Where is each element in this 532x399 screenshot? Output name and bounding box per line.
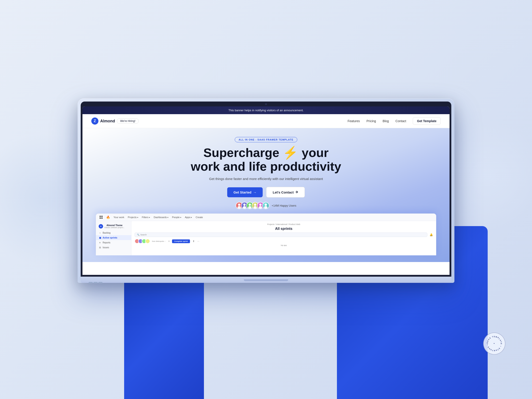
app-nav-filters[interactable]: Filters <box>142 216 150 219</box>
search-icon: 🔍 <box>137 234 139 236</box>
svg-point-6 <box>254 203 256 206</box>
happy-users-text: +14M Happy Users <box>272 204 296 207</box>
laptop-notch <box>244 279 288 281</box>
navbar: Z Almond We're Hiring! Features Pricing … <box>82 114 450 128</box>
saas-template-badge: SAAS TEMPLATE • STARTUPS • ✦ <box>483 332 505 355</box>
issues-label: Issues <box>103 246 109 249</box>
get-started-button[interactable]: Get Started → <box>227 187 263 197</box>
hiring-badge[interactable]: We're Hiring! <box>117 118 139 124</box>
active-sprints-label: Active sprints <box>103 236 117 239</box>
laptop-bottom-bar <box>81 277 451 283</box>
blue-pedestal-left <box>124 270 204 399</box>
nav-links: Features Pricing Blog Contact Get Templa… <box>348 117 441 125</box>
nav-features[interactable]: Features <box>348 119 360 123</box>
saas-badge-svg: SAAS TEMPLATE • STARTUPS • <box>484 333 505 354</box>
svg-point-10 <box>265 203 267 206</box>
saas-badge-circle: SAAS TEMPLATE • STARTUPS • ✦ <box>483 332 505 355</box>
svg-text:SAAS TEMPLATE • STARTUPS •: SAAS TEMPLATE • STARTUPS • <box>486 336 502 352</box>
laptop-ports <box>89 282 102 283</box>
app-sidebar-title: Almond Theme <box>104 224 125 227</box>
get-started-label: Get Started <box>234 190 251 194</box>
app-nav-items: Your work Projects Filters Dashboards Pe… <box>114 216 203 219</box>
svg-point-1 <box>237 206 241 209</box>
webcam <box>265 103 267 105</box>
todo-label: TO DO <box>134 245 433 247</box>
app-main-content: Projects / International / Product Web A… <box>132 221 436 255</box>
nav-blog[interactable]: Blog <box>383 119 389 123</box>
search-placeholder: Search <box>140 234 147 236</box>
app-search-bar: 🔍 Search 🔔 <box>134 233 433 237</box>
bell-icon[interactable]: 🔔 <box>430 233 433 236</box>
user-avatars <box>236 202 269 209</box>
app-sidebar-header: A Almond Theme Classic software project.… <box>96 223 131 230</box>
hero-title: Supercharge ⚡ your work and life product… <box>91 146 441 173</box>
logo-icon: Z <box>91 117 98 125</box>
app-screenshot-preview: 🔥 Your work Projects Filters Dashboards … <box>96 214 436 255</box>
svg-point-9 <box>259 206 262 209</box>
app-sidebar-info: Almond Theme Classic software project... <box>104 224 125 228</box>
sprint-avatars <box>134 239 150 244</box>
contact-label: Let's Contact <box>273 190 293 194</box>
app-sidebar-backlog[interactable]: ○ Backlog <box>96 230 131 235</box>
screen-bezel: This banner helps in notifying visitors … <box>81 101 451 277</box>
contact-button[interactable]: Let's Contact ✈ <box>266 187 304 197</box>
usb-port-3 <box>98 282 102 283</box>
avatar-6 <box>262 202 269 209</box>
social-proof: +14M Happy Users <box>91 202 441 209</box>
grid-icon <box>100 216 103 219</box>
app-nav-create[interactable]: Create <box>196 216 203 219</box>
nav-contact[interactable]: Contact <box>395 119 406 123</box>
screen-content: This banner helps in notifying visitors … <box>82 106 450 275</box>
svg-point-4 <box>249 203 251 206</box>
app-main-title: All sprints <box>134 227 433 231</box>
app-nav-dashboards[interactable]: Dashboards <box>154 216 168 219</box>
arrow-right-icon: → <box>253 190 256 194</box>
sprint-avatar-4 <box>145 239 150 244</box>
backlog-icon: ○ <box>99 231 101 234</box>
flame-icon: 🔥 <box>106 215 110 219</box>
svg-point-2 <box>243 203 246 206</box>
announcement-banner: This banner helps in notifying visitors … <box>82 106 450 114</box>
laptop-shell: This banner helps in notifying visitors … <box>78 98 454 283</box>
announcement-text: This banner helps in notifying visitors … <box>228 109 304 112</box>
backlog-label: Backlog <box>103 232 111 234</box>
app-sidebar-reports[interactable]: ≡ Reports <box>96 240 131 245</box>
hero-buttons: Get Started → Let's Contact ✈ <box>91 187 441 197</box>
usb-port-2 <box>94 282 98 283</box>
hero-subtitle: Get things done faster and more efficien… <box>91 176 441 182</box>
reports-label: Reports <box>103 241 110 244</box>
laptop-device: This banner helps in notifying visitors … <box>78 98 454 283</box>
svg-point-5 <box>248 206 252 209</box>
app-nav-people[interactable]: People <box>172 216 181 219</box>
app-sidebar-subtitle: Classic software project... <box>104 227 125 228</box>
share-icon[interactable]: ⬆ <box>193 240 195 243</box>
complete-sprint-button[interactable]: Complete sprint <box>172 239 190 243</box>
app-nav-yourwork[interactable]: Your work <box>114 216 124 219</box>
app-nav-apps[interactable]: Apps <box>185 216 192 219</box>
nav-pricing[interactable]: Pricing <box>367 119 376 123</box>
star-icon[interactable]: ★ <box>168 240 170 243</box>
app-sidebar-active-sprints[interactable]: ▦ Active sprints <box>96 235 131 240</box>
svg-point-11 <box>264 206 267 209</box>
hero-section: ALL IN ONE - SAAS FRAMER TEMPLATE Superc… <box>82 128 450 262</box>
app-sidebar-avatar: A <box>99 224 103 228</box>
nav-logo: Z Almond We're Hiring! <box>91 117 139 125</box>
website-preview: This banner helps in notifying visitors … <box>82 106 450 275</box>
logo-text: Almond <box>100 119 115 123</box>
lightning-icon: ⚡ <box>283 146 298 160</box>
hero-title-line2: work and life productivity <box>91 160 441 173</box>
app-sidebar-issues[interactable]: ⊟ Issues <box>96 245 131 250</box>
app-action-row: Solo Metropolis ··· ★ Complete sprint ⬆ … <box>134 239 433 244</box>
sprints-icon: ▦ <box>99 236 101 239</box>
app-body: A Almond Theme Classic software project.… <box>96 221 436 255</box>
sprint-info: Solo Metropolis ··· <box>152 240 166 242</box>
app-nav-projects[interactable]: Projects <box>128 216 138 219</box>
issues-icon: ⊟ <box>99 246 101 249</box>
svg-point-8 <box>259 203 262 206</box>
more-options-icon[interactable]: ··· <box>197 240 199 242</box>
app-search-input[interactable]: 🔍 Search <box>134 233 427 237</box>
send-icon: ✈ <box>296 190 298 194</box>
app-breadcrumb: Projects / International / Product Web <box>134 223 433 225</box>
get-template-button[interactable]: Get Template <box>413 117 441 125</box>
svg-point-0 <box>238 203 241 206</box>
